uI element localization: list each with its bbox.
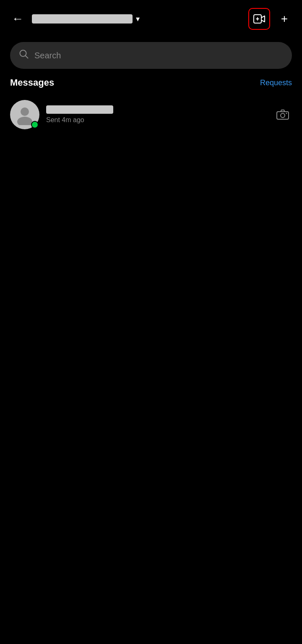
compose-button[interactable]: +	[275, 10, 294, 28]
message-info: Sent 4m ago	[46, 105, 273, 124]
message-list-item[interactable]: Sent 4m ago	[10, 95, 292, 134]
video-call-icon	[253, 14, 265, 24]
video-call-button[interactable]	[248, 8, 270, 30]
requests-link[interactable]: Requests	[260, 79, 292, 87]
account-selector[interactable]: ▾	[32, 14, 243, 24]
messages-title: Messages	[10, 77, 54, 88]
username-bar	[46, 105, 113, 114]
search-container: Search	[0, 38, 302, 77]
avatar-container	[10, 100, 39, 129]
messages-section: Messages Requests Sent 4m ago	[0, 77, 302, 134]
svg-line-4	[26, 56, 28, 58]
camera-button[interactable]	[273, 105, 292, 124]
message-time: Sent 4m ago	[46, 116, 273, 124]
chevron-down-icon: ▾	[136, 14, 140, 24]
svg-point-6	[17, 117, 32, 125]
back-button[interactable]: ←	[8, 10, 27, 28]
compose-icon: +	[281, 12, 288, 26]
messages-header: Messages Requests	[10, 77, 292, 88]
svg-point-9	[286, 113, 287, 114]
account-name-bar	[32, 14, 133, 24]
camera-icon	[276, 110, 289, 120]
svg-point-5	[21, 107, 29, 116]
back-arrow-icon: ←	[12, 13, 23, 25]
svg-rect-7	[277, 112, 289, 119]
header: ← ▾ +	[0, 0, 302, 38]
search-placeholder: Search	[34, 51, 61, 60]
search-icon	[19, 50, 29, 61]
online-status-indicator	[31, 121, 39, 128]
search-bar[interactable]: Search	[10, 42, 292, 69]
svg-point-8	[281, 113, 285, 118]
